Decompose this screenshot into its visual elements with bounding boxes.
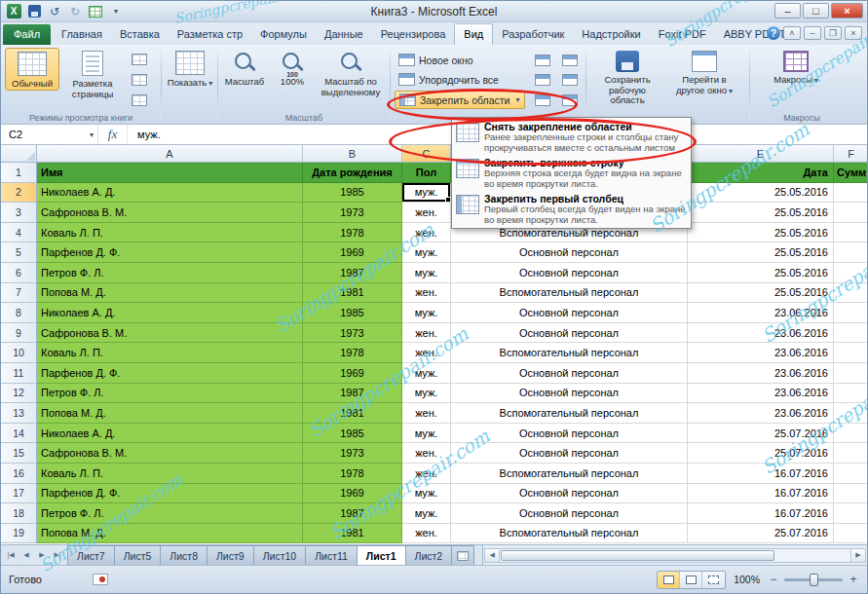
cell-F3[interactable] xyxy=(834,203,868,223)
ribbon-tab-home[interactable]: Главная xyxy=(53,24,111,45)
cell-B15[interactable]: 1973 xyxy=(303,443,402,464)
row-header-14[interactable]: 14 xyxy=(1,424,37,444)
sheet-tab-sheet7[interactable]: Лист7 xyxy=(67,545,115,565)
cell-F12[interactable] xyxy=(834,384,868,404)
ribbon-tab-add-ins[interactable]: Надстройки xyxy=(573,24,649,45)
cell-E3[interactable]: 25.05.2016 xyxy=(688,203,834,223)
column-header-e[interactable]: E xyxy=(688,145,834,163)
next-sheet-icon[interactable]: ▶ xyxy=(35,548,49,562)
cell-C1[interactable]: Пол xyxy=(402,163,451,183)
scroll-right-icon[interactable]: ▶ xyxy=(850,548,866,563)
last-sheet-icon[interactable]: ▶| xyxy=(51,548,64,562)
cell-A16[interactable]: Коваль Л. П. xyxy=(37,464,303,484)
ribbon-tab-file[interactable]: Файл xyxy=(3,24,51,45)
cell-D12[interactable]: Основной персонал xyxy=(451,384,688,404)
row-header-3[interactable]: 3 xyxy=(1,203,37,223)
ribbon-tab-page-layout[interactable]: Разметка стр xyxy=(169,24,251,45)
cell-B2[interactable]: 1985 xyxy=(303,183,402,204)
cell-C2[interactable]: муж. xyxy=(402,183,451,204)
cell-E5[interactable]: 25.05.2016 xyxy=(688,242,834,263)
cell-E10[interactable]: 23.06.2016 xyxy=(688,343,834,363)
workbook-restore-icon[interactable]: ❐ xyxy=(824,26,842,40)
zoom-100-button[interactable]: 100 100% xyxy=(271,48,314,88)
insert-sheet-button[interactable] xyxy=(451,545,474,565)
cell-A7[interactable]: Попова М. Д. xyxy=(37,283,303,304)
cell-A17[interactable]: Парфенов Д. Ф. xyxy=(37,484,303,504)
cell-A15[interactable]: Сафронова В. М. xyxy=(37,443,303,464)
cell-B11[interactable]: 1969 xyxy=(303,363,402,384)
scrollbar-track[interactable] xyxy=(500,548,850,563)
freeze-panes-button[interactable]: Закрепить области ▾ xyxy=(395,91,525,109)
cell-A18[interactable]: Петров Ф. Л. xyxy=(37,503,303,524)
ribbon-tab-review[interactable]: Рецензирова xyxy=(372,24,455,45)
cell-D19[interactable]: Вспомогательный персонал xyxy=(451,524,688,544)
cell-B13[interactable]: 1981 xyxy=(303,403,402,424)
cell-F16[interactable] xyxy=(834,464,868,484)
workbook-minimize-icon[interactable]: – xyxy=(804,26,821,40)
normal-view-button[interactable]: Обычный xyxy=(5,48,59,91)
cell-C13[interactable]: жен. xyxy=(402,403,451,424)
cell-F6[interactable] xyxy=(834,263,868,283)
excel-logo-icon[interactable]: X xyxy=(5,3,22,19)
page-break-shortcut[interactable] xyxy=(702,572,725,588)
cell-F8[interactable] xyxy=(834,303,868,323)
row-header-9[interactable]: 9 xyxy=(1,323,37,344)
customize-qat-button[interactable]: ▾ xyxy=(107,3,125,19)
cell-D17[interactable]: Основной персонал xyxy=(451,484,688,504)
cell-E2[interactable]: 25.05.2016 xyxy=(688,183,834,204)
cell-F9[interactable] xyxy=(834,323,868,344)
cell-F19[interactable] xyxy=(834,524,868,544)
cell-F15[interactable] xyxy=(834,443,868,464)
cell-E12[interactable]: 23.06.2016 xyxy=(688,384,834,404)
cell-B3[interactable]: 1973 xyxy=(303,203,402,223)
minimize-button[interactable]: – xyxy=(774,3,801,19)
ribbon-tab-insert[interactable]: Вставка xyxy=(111,24,169,45)
cell-E4[interactable]: 25.05.2016 xyxy=(688,223,834,243)
ribbon-tab-developer[interactable]: Разработчик xyxy=(493,24,573,45)
column-header-b[interactable]: B xyxy=(303,145,402,163)
cell-D15[interactable]: Основной персонал xyxy=(451,443,688,464)
cell-B19[interactable]: 1981 xyxy=(303,524,402,544)
cell-E14[interactable]: 25.07.2016 xyxy=(688,424,834,444)
page-break-preview-button[interactable] xyxy=(128,50,151,68)
cell-D10[interactable]: Вспомогательный персонал xyxy=(451,343,688,363)
row-header-8[interactable]: 8 xyxy=(1,303,37,323)
ribbon-tab-formulas[interactable]: Формулы xyxy=(251,24,316,45)
cell-D11[interactable]: Основной персонал xyxy=(451,363,688,384)
cell-A3[interactable]: Сафронова В. М. xyxy=(37,203,303,223)
cell-A11[interactable]: Парфенов Д. Ф. xyxy=(37,363,303,384)
page-layout-button[interactable]: Разметка страницы xyxy=(61,48,124,99)
horizontal-scrollbar[interactable]: ◀ ▶ xyxy=(482,545,867,565)
ribbon-tab-data[interactable]: Данные xyxy=(316,24,372,45)
cell-E13[interactable]: 23.06.2016 xyxy=(688,403,834,424)
cell-E17[interactable]: 16.07.2016 xyxy=(688,484,834,504)
hide-window-button[interactable] xyxy=(531,70,554,89)
cell-D8[interactable]: Основной персонал xyxy=(451,303,688,323)
redo-button[interactable]: ↻ xyxy=(66,3,84,19)
minimize-ribbon-icon[interactable]: ˄ xyxy=(783,26,801,40)
scroll-left-icon[interactable]: ◀ xyxy=(484,548,500,563)
cell-D16[interactable]: Вспомогательный персонал xyxy=(451,464,688,484)
cell-E15[interactable]: 25.07.2016 xyxy=(688,443,834,464)
insert-function-button[interactable]: fx xyxy=(98,125,128,144)
cell-E6[interactable]: 25.05.2016 xyxy=(688,263,834,283)
cell-F2[interactable] xyxy=(834,183,868,204)
cell-C5[interactable]: муж. xyxy=(402,242,451,263)
name-box[interactable]: C2 ▾ xyxy=(1,125,98,144)
cell-D9[interactable]: Основной персонал xyxy=(451,323,688,344)
cell-A14[interactable]: Николаев А. Д. xyxy=(37,424,303,444)
cell-C14[interactable]: муж. xyxy=(402,424,451,444)
row-header-17[interactable]: 17 xyxy=(1,484,37,504)
arrange-all-button[interactable]: Упорядочить все xyxy=(395,70,525,89)
cell-B5[interactable]: 1969 xyxy=(303,242,402,263)
cell-F17[interactable] xyxy=(834,484,868,504)
save-button[interactable] xyxy=(25,3,43,19)
cell-F18[interactable] xyxy=(834,503,868,524)
column-header-f[interactable]: F xyxy=(834,145,868,163)
cell-D14[interactable]: Основной персонал xyxy=(451,424,688,444)
reset-position-button[interactable] xyxy=(558,91,582,109)
cell-E7[interactable]: 25.05.2016 xyxy=(688,283,834,304)
cell-C7[interactable]: жен. xyxy=(402,283,451,304)
sheet-tab-sheet9[interactable]: Лист9 xyxy=(207,545,254,565)
cell-E19[interactable]: 25.07.2016 xyxy=(688,524,834,544)
